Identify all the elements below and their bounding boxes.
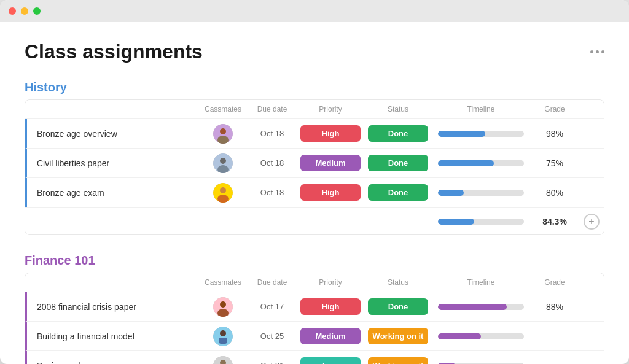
svg-rect-14 xyxy=(219,338,227,344)
timeline-cell xyxy=(432,131,530,137)
timeline-cell xyxy=(432,160,530,166)
grade-cell: 88% xyxy=(530,302,579,312)
task-name: Building a financial model xyxy=(27,331,198,341)
col-priority: Priority xyxy=(297,278,364,287)
priority-badge: Medium xyxy=(300,328,361,344)
section-history: History Cassmates Due date Priority Stat… xyxy=(25,80,604,235)
avatar xyxy=(213,356,233,365)
status-badge: Done xyxy=(368,298,428,315)
col-due: Due date xyxy=(248,105,297,114)
timeline-cell xyxy=(432,304,530,310)
priority-badge: High xyxy=(300,298,361,315)
col-task xyxy=(25,105,198,114)
avatar xyxy=(213,327,233,346)
grade-cell: 75% xyxy=(530,158,579,168)
priority-badge: Low xyxy=(300,357,361,364)
summary-timeline xyxy=(432,219,530,225)
status-badge: Done xyxy=(368,184,428,201)
task-name: Bronze age exam xyxy=(27,188,198,198)
finance-table-header: Cassmates Due date Priority Status Timel… xyxy=(25,273,604,292)
finance-table: Cassmates Due date Priority Status Timel… xyxy=(25,273,604,364)
col-task xyxy=(25,278,198,287)
table-row: Bronze age overview Oct 18 High Done 98% xyxy=(25,119,604,149)
col-classmates: Cassmates xyxy=(198,278,248,287)
priority-badge: High xyxy=(300,125,361,142)
col-timeline: Timeline xyxy=(432,278,530,287)
table-row: Bronze age exam Oct 18 High Done 80% xyxy=(25,178,604,207)
section-finance: Finance 101 Cassmates Due date Priority … xyxy=(25,254,604,364)
page-title: Class assignments xyxy=(25,41,203,63)
timeline-cell xyxy=(432,190,530,196)
due-date: Oct 18 xyxy=(248,188,297,197)
avatar xyxy=(213,124,233,144)
due-date: Oct 18 xyxy=(248,158,297,168)
col-status: Status xyxy=(364,278,432,287)
timeline-cell xyxy=(432,333,530,339)
status-badge: Done xyxy=(368,125,428,142)
col-add xyxy=(579,278,604,287)
titlebar xyxy=(0,0,629,22)
table-row: Building a financial model Oct 25 Medium… xyxy=(25,322,604,351)
grade-cell: 98% xyxy=(530,129,579,139)
task-name: Bronze age overview xyxy=(27,129,198,139)
due-date: Oct 25 xyxy=(248,331,297,341)
page-header: Class assignments xyxy=(25,41,604,63)
status-badge: Done xyxy=(368,155,428,171)
due-date: Oct 21 xyxy=(248,361,297,364)
col-priority: Priority xyxy=(297,105,364,114)
section-header-finance: Finance 101 xyxy=(25,254,604,268)
table-row: Civil liberties paper Oct 18 Medium Done… xyxy=(25,149,604,178)
due-date: Oct 17 xyxy=(248,302,297,311)
section-title-finance: Finance 101 xyxy=(25,254,95,268)
app-window: Class assignments History Cassmates Due … xyxy=(0,0,629,364)
main-content: Class assignments History Cassmates Due … xyxy=(0,22,629,364)
add-button[interactable]: + xyxy=(579,214,604,230)
col-grade: Grade xyxy=(530,278,579,287)
svg-point-7 xyxy=(220,187,226,193)
table-row: Business plan Oct 21 Low Working on it xyxy=(25,351,604,364)
more-menu-button[interactable] xyxy=(590,50,604,53)
col-grade: Grade xyxy=(530,105,579,114)
task-name: Business plan xyxy=(27,361,198,365)
task-name: Civil liberties paper xyxy=(27,158,198,168)
col-due: Due date xyxy=(248,278,297,287)
col-status: Status xyxy=(364,105,432,114)
priority-badge: High xyxy=(300,184,361,201)
section-header-history: History xyxy=(25,80,604,95)
status-badge: Working on it xyxy=(368,357,428,364)
history-table: Cassmates Due date Priority Status Timel… xyxy=(25,99,604,235)
avatar xyxy=(213,153,233,173)
history-table-header: Cassmates Due date Priority Status Timel… xyxy=(25,100,604,119)
table-row: 2008 financial crisis paper Oct 17 High … xyxy=(25,292,604,322)
maximize-dot[interactable] xyxy=(33,7,41,15)
summary-grade: 84.3% xyxy=(530,217,579,227)
col-classmates: Cassmates xyxy=(198,105,248,114)
svg-point-1 xyxy=(220,128,226,134)
priority-badge: Medium xyxy=(300,155,361,171)
avatar xyxy=(213,297,233,317)
col-timeline: Timeline xyxy=(432,105,530,114)
svg-point-10 xyxy=(220,301,226,308)
minimize-dot[interactable] xyxy=(21,7,28,15)
avatar xyxy=(213,183,233,203)
task-name: 2008 financial crisis paper xyxy=(27,302,198,312)
due-date: Oct 18 xyxy=(248,129,297,138)
svg-point-13 xyxy=(220,330,226,336)
col-add xyxy=(579,105,604,114)
svg-point-4 xyxy=(220,158,226,164)
grade-cell: 80% xyxy=(530,188,579,198)
section-title-history: History xyxy=(25,80,67,95)
status-badge: Working on it xyxy=(368,328,428,344)
close-dot[interactable] xyxy=(9,7,16,15)
summary-row: 84.3% + xyxy=(25,207,604,234)
